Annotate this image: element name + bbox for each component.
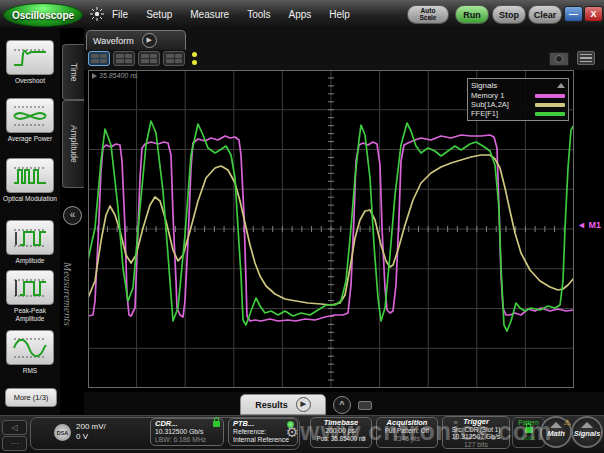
app-logo: Oscilloscope (3, 3, 83, 27)
close-button[interactable]: X (584, 6, 603, 22)
optical-modulation-icon (6, 158, 54, 193)
sidebar-item-amplitude[interactable]: Amplitude (0, 220, 60, 265)
legend-row-memory1: Memory 1 (471, 91, 565, 100)
scroll-left-tab[interactable]: ◁ (2, 420, 27, 435)
legend-title: Signals (471, 81, 497, 90)
overshoot-icon (6, 40, 54, 75)
sidebar-item-overshoot[interactable]: Overshoot (0, 40, 60, 85)
results-tab-menu-icon[interactable]: ▶ (296, 397, 311, 412)
waveform-plot[interactable]: 35.85400 ns Signals Memory 1 Sub[1A,2A] … (88, 70, 574, 388)
memory1-color-swatch (535, 94, 565, 98)
screenshot-camera-icon[interactable] (549, 52, 569, 66)
legend-collapse-icon[interactable] (557, 83, 565, 88)
layout-mixed-button[interactable] (163, 51, 185, 66)
run-button[interactable]: Run (455, 5, 489, 24)
marker-m1[interactable]: ◄ M1 (577, 220, 601, 230)
pattern-lock-icon (525, 427, 533, 433)
trigger-panel[interactable]: Trigger Src: CDR (Slot 1) 10.312507 Gb/s… (442, 416, 510, 449)
minimize-button[interactable]: — (564, 6, 583, 22)
auto-scale-button[interactable]: Auto Scale (407, 5, 449, 24)
layout-stacked-button[interactable] (138, 51, 160, 66)
clear-button[interactable]: Clear (528, 5, 562, 24)
measurements-sidebar: Overshoot Average Power Optical Modulati… (0, 28, 60, 415)
timebase-position-flag: 35.85400 ns (92, 72, 138, 79)
expand-results-icon[interactable]: ^ (333, 396, 351, 414)
signals-button[interactable]: Signals (571, 416, 603, 448)
tab-results[interactable]: Results ▶ (240, 394, 326, 415)
measurements-panel-title: Measurements (62, 262, 74, 402)
menu-apps[interactable]: Apps (289, 9, 312, 20)
channel-scale-offset: 200 mV/ 0 V (76, 422, 106, 441)
timebase-panel[interactable]: Timebase 200.00 ps/ Pos: 35.85400 ns (310, 417, 372, 448)
waveform-tab-menu-icon[interactable]: ▶ (142, 33, 157, 48)
trigger-source: Src: CDR (Slot 1) (447, 426, 505, 434)
minimize-panel-icon[interactable] (358, 401, 372, 410)
channel-offset: 0 V (76, 432, 106, 442)
trigger-bits: 127 bits (447, 441, 505, 449)
signals-waveform-icon (581, 422, 593, 428)
sidebar-item-peak-peak-amplitude[interactable]: Peak-Peak Amplitude (0, 270, 60, 322)
plot-menu-icon[interactable] (577, 51, 595, 65)
channel-scale: 200 mV/ (76, 422, 106, 432)
signals-legend[interactable]: Signals Memory 1 Sub[1A,2A] FFE[F1] (467, 78, 569, 121)
menu-setup[interactable]: Setup (146, 9, 172, 20)
cdr-panel[interactable]: CDR... 10.312500 Gb/s LBW: 6.186 MHz (150, 418, 224, 446)
math-waveform-icon (550, 422, 562, 428)
status-dot-1 (192, 52, 197, 57)
dsa-badge: DSA (54, 424, 71, 441)
acquisition-pattern: Full Pattern: Off (381, 427, 433, 435)
menu-file[interactable]: File (112, 9, 128, 20)
acquisition-points: 2345 pts (381, 435, 433, 443)
menu-tools[interactable]: Tools (247, 9, 270, 20)
trigger-rate: 10.312507 Gb/s (447, 433, 505, 441)
menu-measure[interactable]: Measure (190, 9, 229, 20)
settings-gear-icon[interactable]: ⚙ (283, 419, 301, 445)
menu-help[interactable]: Help (329, 9, 350, 20)
cdr-lock-icon (213, 421, 220, 427)
channel-list-tab[interactable]: ⋯ (2, 436, 27, 451)
stop-button[interactable]: Stop (492, 5, 526, 24)
tab-waveform[interactable]: Waveform ▶ (86, 30, 186, 50)
rms-icon (6, 330, 54, 365)
layout-single-button[interactable] (88, 51, 110, 66)
tab-amplitude[interactable]: Amplitude (62, 100, 84, 188)
more-measurements-button[interactable]: More (1/3) (5, 388, 57, 407)
timebase-position: Pos: 35.85400 ns (315, 435, 367, 443)
layout-quad-button[interactable] (113, 51, 135, 66)
cdr-rate: 10.312500 Gb/s (155, 428, 219, 436)
timebase-scale: 200.00 ps/ (315, 427, 367, 435)
peak-peak-amplitude-icon (6, 270, 54, 305)
math-button[interactable]: ⚠ Math (540, 416, 572, 448)
acquisition-panel[interactable]: Acquisition Full Pattern: Off 2345 pts (376, 417, 438, 448)
status-dot-2 (192, 60, 197, 65)
math-warning-icon: ⚠ (564, 418, 571, 427)
sub-color-swatch (535, 103, 565, 107)
cdr-lbw: LBW: 6.186 MHz (155, 436, 219, 444)
menu-items: File Setup Measure Tools Apps Help (112, 0, 350, 28)
legend-row-ffe: FFE[F1] (471, 109, 565, 118)
tab-time[interactable]: Time (62, 44, 84, 100)
ffe-color-swatch (535, 112, 565, 116)
oscilloscope-app: { "window": {"app_title": "Oscilloscope"… (0, 0, 604, 453)
sidebar-item-optical-modulation[interactable]: Optical Modulation (0, 158, 60, 203)
amplitude-icon (6, 220, 54, 255)
sidebar-item-rms[interactable]: RMS (0, 330, 60, 375)
settings-sun-icon[interactable] (90, 7, 104, 21)
average-power-icon (6, 98, 54, 133)
menu-bar: Oscilloscope File Setup Measure Tools Ap… (0, 0, 604, 29)
legend-row-sub: Sub[1A,2A] (471, 100, 565, 109)
sidebar-item-average-power[interactable]: Average Power (0, 98, 60, 143)
collapse-sidebar-icon[interactable]: « (63, 206, 82, 225)
